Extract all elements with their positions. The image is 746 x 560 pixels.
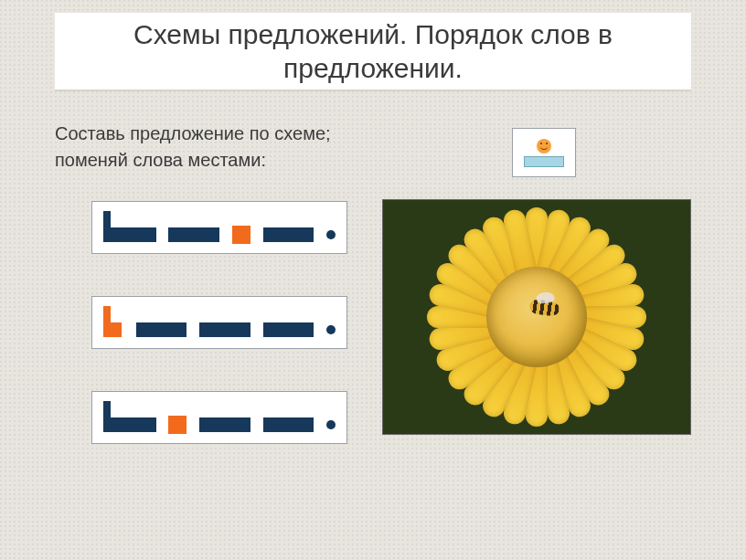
word-block	[263, 322, 314, 337]
capital-word-block	[103, 401, 155, 432]
slide-title: Схемы предложений. Порядок слов в предло…	[55, 17, 691, 86]
period-dot	[326, 230, 336, 239]
word-block	[263, 227, 314, 242]
capital-word-block	[103, 211, 155, 242]
instruction-line-2: поменяй слова местами:	[55, 147, 331, 174]
sentence-scheme-3	[91, 391, 347, 444]
smiley-icon	[537, 139, 551, 153]
smiley-base-bar	[524, 156, 564, 167]
period-dot	[326, 420, 336, 429]
capital-preposition-block	[103, 306, 123, 337]
flower-center	[486, 267, 587, 367]
word-block	[199, 417, 250, 432]
instruction-line-1: Составь предложение по схеме;	[55, 121, 331, 147]
instructions: Составь предложение по схеме; поменяй сл…	[55, 121, 331, 174]
word-block	[199, 322, 250, 337]
slide-title-box: Схемы предложений. Порядок слов в предло…	[55, 13, 691, 91]
smiley-button[interactable]	[512, 128, 576, 177]
word-block	[263, 417, 314, 432]
sentence-scheme-2	[91, 296, 347, 349]
flower-bee-image	[382, 199, 691, 435]
period-dot	[326, 325, 336, 334]
sentence-scheme-1	[91, 201, 347, 254]
preposition-block	[232, 226, 250, 244]
preposition-block	[168, 416, 186, 434]
word-block	[168, 227, 218, 242]
word-block	[136, 322, 186, 337]
